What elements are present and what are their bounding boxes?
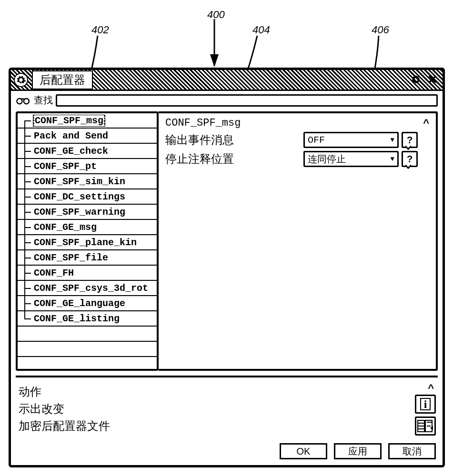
binoculars-icon: [16, 96, 31, 105]
apply-button[interactable]: 应用: [334, 443, 382, 459]
window: 后配置器 ⭘ ✕ 查找 CONF_SPF_msgPack and SendCON…: [9, 68, 445, 467]
help-button[interactable]: ?: [402, 151, 418, 167]
detail-row: 停止注释位置连同停止▼?: [165, 151, 429, 167]
tree-panel: CONF_SPF_msgPack and SendCONF_GE_checkCO…: [16, 111, 159, 371]
tree-item[interactable]: CONF_SPF_file: [18, 250, 157, 266]
minimize-button[interactable]: ⭘: [409, 73, 423, 87]
help-button[interactable]: ?: [402, 132, 418, 148]
ok-button[interactable]: OK: [280, 443, 327, 459]
detail-panel: ^ CONF_SPF_msg 输出事件消息OFF▼?停止注释位置连同停止▼?: [159, 111, 438, 371]
tree-item[interactable]: CONF_SPF_pt: [18, 159, 157, 174]
info-button[interactable]: i: [415, 395, 436, 414]
detail-row-label: 停止注释位置: [165, 151, 303, 167]
close-button[interactable]: ✕: [425, 73, 440, 87]
tree-item[interactable]: CONF_SPF_msg: [18, 113, 157, 129]
tree-item[interactable]: CONF_GE_listing: [18, 311, 157, 327]
cancel-button[interactable]: 取消: [388, 443, 436, 459]
callout-arrows: [0, 0, 453, 76]
tree-item[interactable]: CONF_GE_language: [18, 296, 157, 311]
actions-collapse-icon[interactable]: ^: [428, 382, 434, 395]
window-title: 后配置器: [32, 70, 93, 89]
search-input[interactable]: [56, 94, 438, 107]
tree-item[interactable]: CONF_DC_settings: [18, 189, 157, 205]
search-bar: 查找: [11, 91, 443, 109]
action-line[interactable]: 示出改变: [19, 401, 435, 416]
detail-heading: CONF_SPF_msg: [165, 117, 429, 129]
tree-item[interactable]: CONF_SPF_csys_3d_rot: [18, 281, 157, 296]
button-bar: OK 应用 取消: [11, 438, 443, 465]
tree-item[interactable]: CONF_FH: [18, 266, 157, 281]
tree-item[interactable]: Pack and Send: [18, 129, 157, 144]
app-gear-icon: [14, 73, 28, 87]
tree-item[interactable]: CONF_SPF_sim_kin: [18, 174, 157, 189]
detail-select[interactable]: 连同停止▼: [303, 151, 399, 167]
layout-button[interactable]: [415, 416, 436, 436]
actions-panel: ^ 动作示出改变加密后配置器文件 i: [16, 376, 438, 438]
search-label: 查找: [34, 94, 53, 107]
tree-item[interactable]: CONF_SPF_plane_kin: [18, 235, 157, 250]
action-line[interactable]: 动作: [19, 384, 435, 399]
tree-item[interactable]: CONF_SPF_warning: [18, 205, 157, 220]
tree-item[interactable]: CONF_GE_msg: [18, 220, 157, 235]
titlebar: 后配置器 ⭘ ✕: [11, 70, 443, 91]
detail-select[interactable]: OFF▼: [303, 132, 399, 148]
action-line[interactable]: 加密后配置器文件: [19, 418, 435, 434]
tree-item[interactable]: CONF_GE_check: [18, 144, 157, 159]
detail-row-label: 输出事件消息: [165, 132, 303, 148]
detail-collapse-icon[interactable]: ^: [423, 117, 429, 129]
detail-row: 输出事件消息OFF▼?: [165, 132, 429, 148]
